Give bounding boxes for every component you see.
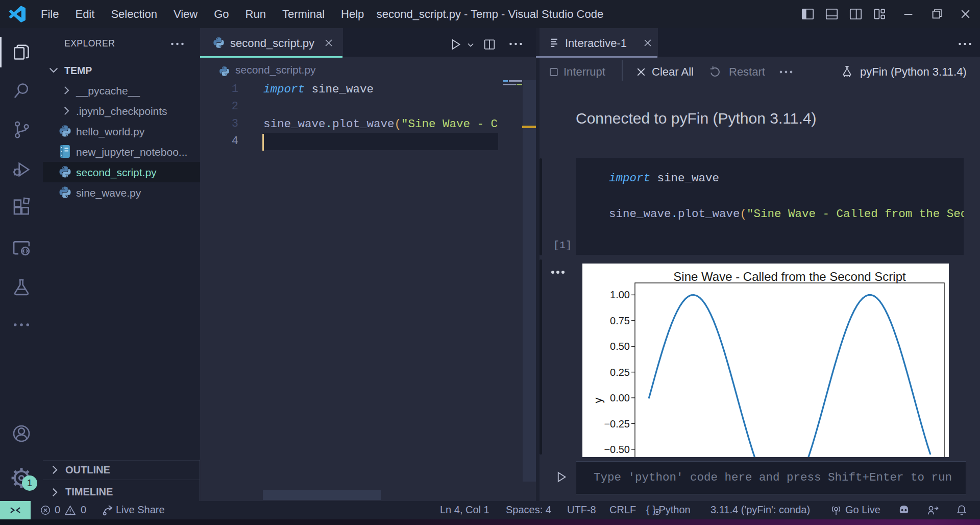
svg-text:Sine Wave - Called from the Se: Sine Wave - Called from the Second Scrip… xyxy=(673,270,906,283)
svg-text:−0.25: −0.25 xyxy=(604,418,630,429)
svg-text:0.00: 0.00 xyxy=(610,392,630,403)
svg-text:0.50: 0.50 xyxy=(610,341,630,352)
svg-text:y: y xyxy=(592,398,604,403)
svg-text:−0.50: −0.50 xyxy=(604,444,630,455)
svg-text:0.25: 0.25 xyxy=(610,367,630,378)
svg-text:1.00: 1.00 xyxy=(610,289,630,300)
svg-text:0.75: 0.75 xyxy=(610,315,630,326)
